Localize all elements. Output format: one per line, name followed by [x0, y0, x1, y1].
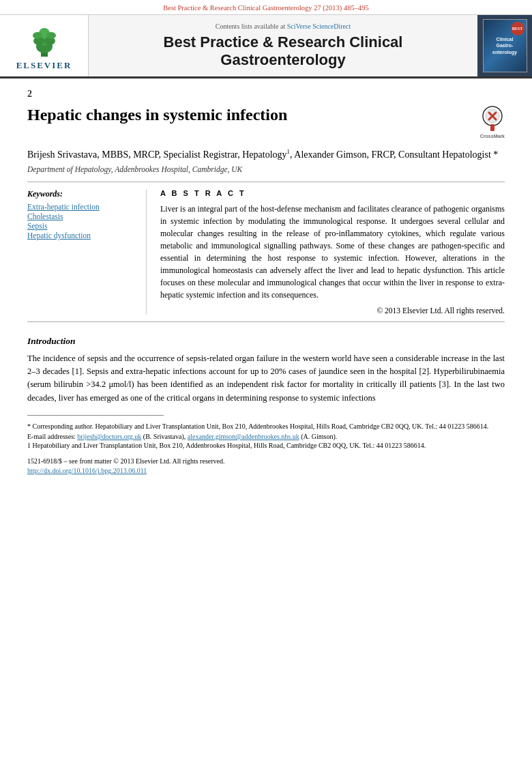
introduction-title: Introduction [27, 336, 505, 347]
divider-1 [27, 182, 505, 182]
abstract-section: Keywords: Extra-hepatic infection Choles… [27, 189, 505, 315]
article-title-text: Hepatic changes in systemic infection [27, 105, 287, 125]
abstract-title: A B S T R A C T [160, 189, 505, 197]
doi-line: http://dx.doi.org/10.1016/j.bpg.2013.06.… [27, 465, 505, 476]
sciverse-link[interactable]: SciVerse ScienceDirect [287, 23, 351, 30]
footnote-divider [27, 415, 164, 416]
introduction-section: Introduction The incidence of sepsis and… [27, 336, 505, 405]
footnote-1: 1 Hepatobiliary and Liver Transplantatio… [27, 440, 505, 450]
crossmark-icon [480, 105, 505, 132]
elsevier-logo-section: ELSEVIER [0, 15, 89, 76]
abstract-box: A B S T R A C T Liver is an integral par… [160, 189, 505, 315]
cover-badge: BEST [511, 22, 524, 35]
crossmark-section[interactable]: CrossMark [480, 105, 505, 139]
article-body: 2 Hepatic changes in systemic infection … [0, 78, 532, 489]
abstract-text: Liver is an integral part of the host-de… [160, 203, 505, 301]
email-link-2[interactable]: alexander.gimson@addenbrookes.nhs.uk [188, 433, 299, 440]
copyright: © 2013 Elsevier Ltd. All rights reserved… [160, 306, 505, 315]
introduction-text: The incidence of sepsis and the occurren… [27, 352, 505, 405]
elsevier-name: ELSEVIER [16, 60, 72, 71]
citation-text: Best Practice & Research Clinical Gastro… [163, 4, 369, 12]
authors: Brijesh Srivastava, MBBS, MRCP, Speciali… [27, 147, 505, 161]
keyword-3[interactable]: Sepsis [27, 222, 136, 230]
divider-2 [27, 321, 505, 322]
cover-image-section: BEST ClinicalGastro-enterology [477, 15, 532, 76]
footnote-email-line: E-mail addresses: brijesh@doctors.org.uk… [27, 433, 505, 440]
elsevier-tree-icon [20, 20, 68, 58]
journal-title-section: Contents lists available at SciVerse Sci… [89, 15, 477, 76]
issn-line: 1521-6918/$ – see front matter © 2013 El… [27, 457, 505, 465]
sciverse-line: Contents lists available at SciVerse Sci… [216, 23, 351, 30]
email-link-1[interactable]: brijesh@doctors.org.uk [77, 433, 141, 440]
crossmark-label: CrossMark [480, 134, 505, 139]
svg-point-7 [46, 32, 56, 39]
affiliation: Department of Hepatology, Addenbrookes H… [27, 165, 505, 173]
journal-title: Best Practice & Research Clinical Gastro… [164, 33, 403, 70]
journal-header: ELSEVIER Contents lists available at Sci… [0, 15, 532, 78]
keywords-box: Keywords: Extra-hepatic infection Choles… [27, 189, 147, 315]
doi-link[interactable]: http://dx.doi.org/10.1016/j.bpg.2013.06.… [27, 467, 147, 474]
journal-citation-bar: Best Practice & Research Clinical Gastro… [0, 0, 532, 15]
journal-cover: BEST ClinicalGastro-enterology [483, 19, 527, 72]
svg-point-6 [33, 32, 42, 39]
keyword-2[interactable]: Cholestasis [27, 212, 136, 220]
keyword-1[interactable]: Extra-hepatic infection [27, 203, 136, 211]
keywords-title: Keywords: [27, 189, 136, 199]
footnote-star: * Corresponding author. Hepatobiliary an… [27, 421, 505, 431]
keyword-4[interactable]: Hepatic dysfunction [27, 231, 136, 240]
article-title-row: Hepatic changes in systemic infection Cr… [27, 105, 505, 139]
article-number: 2 [27, 89, 505, 100]
svg-rect-10 [490, 124, 494, 131]
